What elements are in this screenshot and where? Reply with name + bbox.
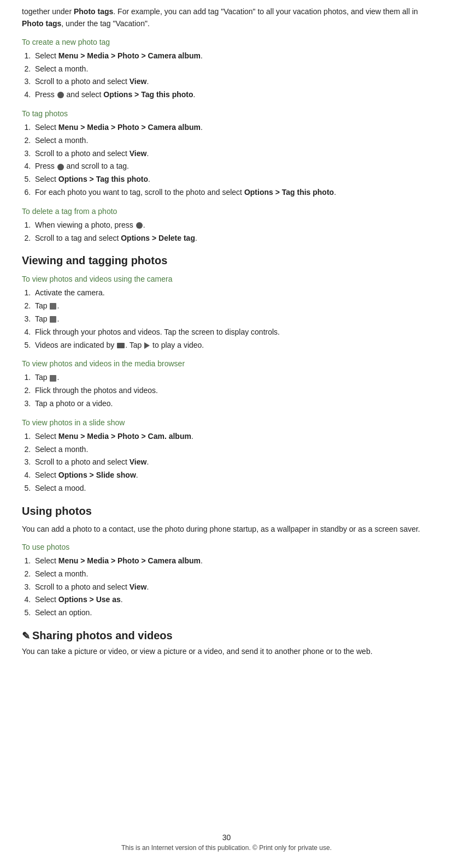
heading-use-photos: To use photos — [22, 543, 431, 551]
heading-view-camera: To view photos and videos using the came… — [22, 275, 431, 283]
list-item: Scroll to a photo and select View. — [33, 147, 431, 160]
list-item: Scroll to a photo and select View. — [33, 581, 431, 594]
list-item: Scroll to a tag and select Options > Del… — [33, 232, 431, 245]
page-container: together under Photo tags. For example, … — [0, 0, 453, 868]
list-item: Select a mood. — [33, 482, 431, 495]
list-item: Tap . — [33, 371, 431, 384]
list-use-photos: Select Menu > Media > Photo > Camera alb… — [33, 555, 431, 620]
list-view-slideshow: Select Menu > Media > Photo > Cam. album… — [33, 430, 431, 495]
list-delete-tag: When viewing a photo, press . Scroll to … — [33, 219, 431, 245]
page-number: 30 — [0, 833, 453, 842]
list-item: Select a month. — [33, 134, 431, 147]
list-create-photo-tag: Select Menu > Media > Photo > Camera alb… — [33, 50, 431, 102]
small-square-icon — [50, 303, 56, 310]
list-item: Scroll to a photo and select View. — [33, 75, 431, 88]
list-item: Select a month. — [33, 443, 431, 456]
small-square-icon — [50, 316, 56, 323]
list-item: Tap a photo or a video. — [33, 397, 431, 411]
small-square-icon — [50, 375, 56, 382]
list-tag-photos: Select Menu > Media > Photo > Camera alb… — [33, 121, 431, 199]
footer-note: This is an Internet version of this publ… — [0, 844, 453, 852]
title-viewing-tagging: Viewing and tagging photos — [22, 254, 431, 267]
circle-icon — [57, 92, 64, 98]
list-item: When viewing a photo, press . — [33, 219, 431, 232]
heading-create-photo-tag: To create a new photo tag — [22, 38, 431, 46]
list-item: Press and select Options > Tag this phot… — [33, 88, 431, 102]
list-view-camera: Activate the camera. Tap . Tap . Flick t… — [33, 287, 431, 352]
list-item: Scroll to a photo and select View. — [33, 456, 431, 469]
list-item: Select an option. — [33, 607, 431, 620]
list-item: For each photo you want to tag, scroll t… — [33, 186, 431, 199]
play-icon — [144, 342, 150, 349]
list-item: Select Options > Use as. — [33, 593, 431, 607]
list-item: Tap . — [33, 300, 431, 313]
heading-view-slideshow: To view photos in a slide show — [22, 418, 431, 427]
list-item: Select Menu > Media > Photo > Camera alb… — [33, 121, 431, 134]
using-photos-intro: You can add a photo to a contact, use th… — [22, 523, 431, 535]
list-item: Videos are indicated by . Tap to play a … — [33, 339, 431, 352]
intro-paragraph: together under Photo tags. For example, … — [22, 5, 431, 30]
note-icon: ✎ — [22, 630, 30, 642]
list-view-media-browser: Tap . Flick through the photos and video… — [33, 371, 431, 410]
circle-icon — [57, 164, 64, 170]
heading-delete-tag: To delete a tag from a photo — [22, 207, 431, 216]
sharing-title-text: Sharing photos and videos — [32, 629, 173, 642]
list-item: Flick through the photos and videos. — [33, 384, 431, 397]
list-item: Press and scroll to a tag. — [33, 160, 431, 173]
list-item: Select Options > Slide show. — [33, 469, 431, 482]
list-item: Flick through your photos and videos. Ta… — [33, 326, 431, 339]
sharing-body-text: You can take a picture or video, or view… — [22, 645, 431, 657]
video-icon — [117, 343, 125, 348]
list-item: Select Menu > Media > Photo > Cam. album… — [33, 430, 431, 443]
list-item: Select Menu > Media > Photo > Camera alb… — [33, 555, 431, 568]
heading-view-media-browser: To view photos and videos in the media b… — [22, 359, 431, 368]
list-item: Activate the camera. — [33, 287, 431, 300]
list-item: Select Options > Tag this photo. — [33, 173, 431, 186]
list-item: Select Menu > Media > Photo > Camera alb… — [33, 50, 431, 63]
page-footer: 30 This is an Internet version of this p… — [0, 833, 453, 852]
list-item: Tap . — [33, 313, 431, 326]
title-sharing: ✎ Sharing photos and videos — [22, 629, 431, 642]
circle-icon — [136, 222, 143, 229]
title-using-photos: Using photos — [22, 505, 431, 518]
heading-tag-photos: To tag photos — [22, 109, 431, 118]
list-item: Select a month. — [33, 63, 431, 76]
list-item: Select a month. — [33, 568, 431, 581]
